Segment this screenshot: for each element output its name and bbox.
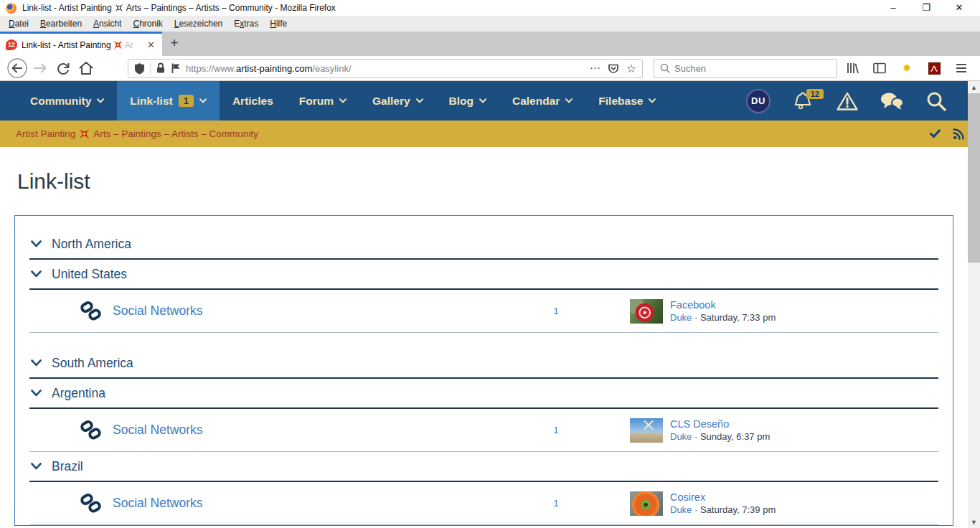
- search-bar[interactable]: [654, 59, 837, 78]
- minimize-button[interactable]: –: [877, 0, 910, 16]
- page-actions-icon[interactable]: ⋯: [590, 62, 600, 75]
- chain-link-icon: [80, 301, 102, 321]
- mark-read-check-icon[interactable]: [930, 129, 941, 138]
- page-title: Link-list: [17, 169, 980, 194]
- link-list-box: North America United States Social Netwo…: [14, 215, 953, 526]
- active-tab[interactable]: 12 Link-list - Artist Painting Ar ✕: [0, 32, 162, 56]
- nav-item-articles[interactable]: Articles: [220, 81, 286, 121]
- category-link[interactable]: Social Networks: [113, 496, 202, 511]
- forward-button[interactable]: [29, 58, 52, 78]
- breadcrumb[interactable]: Artist Painting Arts – Paintings – Artis…: [16, 128, 258, 139]
- author-link[interactable]: Duke: [670, 312, 692, 323]
- nav-item-label: Gallery: [372, 95, 410, 108]
- menubar-item-extras[interactable]: Extras: [228, 16, 264, 32]
- chevron-down-icon: [199, 98, 207, 103]
- window-title-text: Link-list - Artist Painting: [22, 3, 112, 13]
- search-icon: [660, 63, 670, 73]
- extension-star-icon[interactable]: ✹: [895, 58, 918, 78]
- menubar-item-hilfe[interactable]: Hilfe: [264, 16, 293, 32]
- link-thumbnail[interactable]: [630, 418, 663, 443]
- adobe-acrobat-icon[interactable]: [923, 58, 946, 78]
- latest-link-meta: Duke · Saturday, 7:39 pm: [670, 504, 776, 515]
- meta-separator: ·: [694, 312, 697, 323]
- nav-item-filebase[interactable]: Filebase: [585, 81, 669, 121]
- author-link[interactable]: Duke: [670, 504, 692, 515]
- library-icon[interactable]: [841, 58, 864, 78]
- pocket-icon[interactable]: [608, 62, 619, 74]
- close-button[interactable]: ✕: [943, 0, 976, 16]
- latest-link-title[interactable]: CLS Deseño: [670, 418, 770, 430]
- back-button[interactable]: [6, 58, 29, 78]
- latest-link-title[interactable]: Cosirex: [670, 491, 776, 503]
- url-text[interactable]: https://www.artist-painting.com/easylink…: [186, 63, 585, 74]
- conversations-chat-icon[interactable]: [870, 91, 914, 111]
- nav-item-community[interactable]: Community: [17, 81, 117, 121]
- menubar-item-datei[interactable]: Datei: [3, 16, 34, 32]
- chevron-down-icon: [31, 359, 42, 367]
- tab-favicon-badge: 12: [6, 39, 17, 50]
- chevron-down-icon: [416, 98, 423, 103]
- hamburger-menu-icon[interactable]: [950, 58, 973, 78]
- section-header[interactable]: Brazil: [29, 452, 938, 482]
- tab-close-icon[interactable]: ✕: [144, 39, 158, 50]
- link-count: 1: [534, 425, 578, 435]
- latest-link-title[interactable]: Facebook: [670, 299, 776, 311]
- link-category-row: Social Networks 1 Cosirex Duke · Saturda…: [29, 482, 938, 525]
- menubar-item-ansicht[interactable]: Ansicht: [88, 16, 127, 32]
- user-avatar[interactable]: DU: [736, 89, 781, 113]
- lock-icon[interactable]: [156, 62, 166, 74]
- bookmark-star-icon[interactable]: ☆: [626, 62, 636, 75]
- category-link[interactable]: Social Networks: [113, 423, 202, 438]
- author-link[interactable]: Duke: [670, 431, 692, 442]
- nav-item-link-list[interactable]: Link-list 1: [117, 81, 220, 121]
- search-input[interactable]: [674, 63, 818, 74]
- link-thumbnail[interactable]: [630, 299, 663, 324]
- latest-link-meta: Duke · Saturday, 7:33 pm: [670, 312, 776, 323]
- category-link[interactable]: Social Networks: [113, 303, 202, 319]
- chevron-down-icon: [31, 270, 42, 278]
- rss-feed-icon[interactable]: [953, 128, 964, 140]
- link-category-row: Social Networks 1 Facebook Duke · Saturd…: [29, 290, 938, 333]
- nav-item-blog[interactable]: Blog: [436, 81, 499, 121]
- site-search-icon[interactable]: [914, 90, 958, 112]
- chevron-down-icon: [479, 98, 486, 103]
- menubar-item-chronik[interactable]: Chronik: [127, 16, 168, 32]
- nav-item-forum[interactable]: Forum: [286, 81, 359, 121]
- menubar-item-lesezeichen[interactable]: Lesezeichen: [169, 16, 228, 32]
- nav-item-label: Filebase: [598, 95, 643, 108]
- sidebar-icon[interactable]: [868, 58, 891, 78]
- window-title: Link-list - Artist Painting Arts – Paint…: [22, 3, 336, 13]
- link-thumbnail[interactable]: [630, 491, 663, 516]
- section-header[interactable]: South America: [29, 349, 938, 379]
- scroll-up-arrow-icon[interactable]: ▲: [968, 81, 980, 93]
- tabstrip: 12 Link-list - Artist Painting Ar ✕ +: [0, 32, 980, 56]
- chevron-down-icon: [649, 98, 656, 103]
- section-header-label: North America: [52, 237, 131, 252]
- nav-item-badge: 1: [179, 95, 194, 107]
- nav-item-calendar[interactable]: Calendar: [499, 81, 585, 121]
- section-header[interactable]: North America: [29, 230, 938, 260]
- new-tab-button[interactable]: +: [162, 32, 187, 56]
- page-scrollbar[interactable]: ▲ ▼: [968, 81, 980, 528]
- menubar-item-bearbeiten[interactable]: Bearbeiten: [34, 16, 88, 32]
- notifications-bell-icon[interactable]: 12: [781, 90, 825, 113]
- restore-button[interactable]: ❐: [910, 0, 943, 16]
- moderation-warning-icon[interactable]: [825, 91, 870, 111]
- nav-item-gallery[interactable]: Gallery: [359, 81, 436, 121]
- home-button[interactable]: [75, 58, 98, 78]
- nav-item-label: Forum: [299, 95, 334, 108]
- section-header[interactable]: United States: [29, 260, 938, 290]
- tracking-protection-shield-icon[interactable]: [134, 62, 145, 75]
- scroll-down-arrow-icon[interactable]: ▼: [968, 516, 980, 528]
- notification-count-badge: 12: [806, 89, 824, 99]
- section-header[interactable]: Argentina: [29, 379, 938, 409]
- tab-title: Link-list - Artist Painting Ar: [22, 40, 144, 50]
- chevron-down-icon: [565, 98, 573, 103]
- reload-button[interactable]: [52, 58, 75, 78]
- scrollbar-thumb[interactable]: [968, 93, 980, 263]
- permissions-flag-icon[interactable]: [171, 62, 181, 74]
- nav-item-label: Link-list: [130, 95, 172, 108]
- site-logo-star-icon: [79, 128, 90, 139]
- url-bar[interactable]: https://www.artist-painting.com/easylink…: [128, 59, 643, 78]
- section-header-label: Argentina: [52, 386, 105, 401]
